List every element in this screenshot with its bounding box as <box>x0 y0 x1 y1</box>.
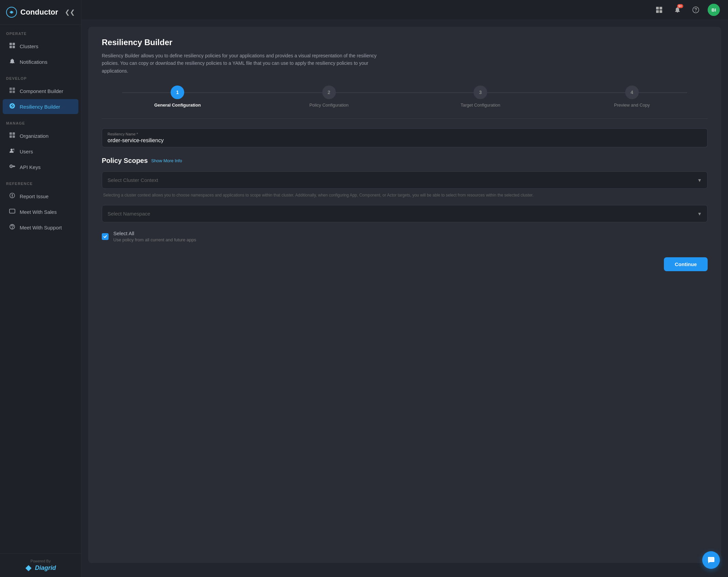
cluster-context-placeholder: Select Cluster Context <box>108 177 158 183</box>
step-4-circle: 4 <box>625 86 639 99</box>
main-area: 5+ BI Resiliency Builder Resiliency Buil… <box>81 0 728 577</box>
svg-point-14 <box>11 149 13 151</box>
cluster-context-hint: Selecting a cluster context allows you t… <box>102 192 708 198</box>
cluster-context-arrow-icon: ▼ <box>697 178 702 183</box>
sidebar-item-clusters-label: Clusters <box>20 43 38 49</box>
svg-rect-9 <box>13 91 15 93</box>
step-3-circle: 3 <box>474 86 487 99</box>
section-label-develop: DEVELOP <box>0 70 81 83</box>
sidebar-item-clusters[interactable]: Clusters <box>3 39 78 54</box>
svg-point-15 <box>13 149 15 150</box>
divider <box>102 118 708 119</box>
sidebar-item-meet-with-sales[interactable]: Meet With Sales <box>3 204 78 219</box>
show-more-info-link[interactable]: Show More Info <box>151 158 182 163</box>
topbar: 5+ BI <box>81 0 728 20</box>
svg-rect-6 <box>9 88 12 90</box>
step-2: 2 Policy Configuration <box>253 86 405 108</box>
notifications-icon <box>9 58 16 66</box>
sidebar-item-users-label: Users <box>20 149 33 154</box>
step-2-label: Policy Configuration <box>309 103 349 108</box>
organization-icon <box>9 132 16 139</box>
sidebar-header: Conductor ❮❮ <box>0 0 81 25</box>
svg-point-1 <box>11 11 13 13</box>
stepper: 1 General Configuration 2 Policy Configu… <box>102 86 708 108</box>
users-icon <box>9 148 16 155</box>
resiliency-name-field-wrapper: Resiliency Name * <box>102 128 708 147</box>
svg-rect-18 <box>9 209 15 213</box>
chat-bubble-button[interactable] <box>702 551 720 569</box>
resiliency-name-input[interactable] <box>108 137 702 144</box>
meet-with-sales-icon <box>9 208 16 216</box>
svg-rect-2 <box>9 43 12 45</box>
svg-rect-23 <box>659 7 662 10</box>
continue-button[interactable]: Continue <box>664 257 708 271</box>
namespace-arrow-icon: ▼ <box>697 211 702 217</box>
sidebar-item-component-builder[interactable]: Component Builder <box>3 83 78 98</box>
svg-rect-8 <box>9 91 12 93</box>
namespace-dropdown[interactable]: Select Namespace ▼ <box>102 205 708 222</box>
avatar[interactable]: BI <box>708 4 720 16</box>
page-description: Resiliency Builder allows you to define … <box>102 52 394 75</box>
svg-rect-12 <box>9 135 12 138</box>
clusters-icon <box>9 42 16 50</box>
svg-rect-5 <box>13 46 15 48</box>
select-all-label: Select All <box>113 230 196 236</box>
footer-actions: Continue <box>102 255 708 271</box>
api-keys-icon <box>9 163 16 171</box>
policy-scopes-title: Policy Scopes Show More Info <box>102 157 182 165</box>
report-issue-icon <box>9 192 16 200</box>
sidebar: Conductor ❮❮ OPERATE Clusters Notificati… <box>0 0 81 577</box>
content-inner: Resiliency Builder Resiliency Builder al… <box>88 27 721 563</box>
svg-marker-21 <box>25 565 32 571</box>
svg-rect-10 <box>9 132 12 135</box>
logo-area: Conductor <box>6 7 58 18</box>
select-all-text-group: Select All Use policy from all current a… <box>113 230 196 242</box>
svg-rect-13 <box>13 135 15 138</box>
section-label-reference: REFERENCE <box>0 175 81 188</box>
sidebar-item-notifications-label: Notifications <box>20 59 47 65</box>
svg-rect-4 <box>9 46 12 48</box>
grid-view-button[interactable] <box>653 3 666 16</box>
step-4-label: Preview and Copy <box>614 103 650 108</box>
svg-rect-11 <box>13 132 15 135</box>
resiliency-name-label: Resiliency Name * <box>108 132 702 136</box>
sidebar-item-resiliency-builder[interactable]: Resiliency Builder <box>3 99 78 114</box>
collapse-sidebar-button[interactable]: ❮❮ <box>65 8 75 16</box>
svg-point-27 <box>695 11 696 12</box>
sidebar-item-organization[interactable]: Organization <box>3 128 78 143</box>
app-name: Conductor <box>20 8 58 17</box>
svg-point-20 <box>12 228 13 229</box>
sidebar-item-notifications[interactable]: Notifications <box>3 54 78 69</box>
sidebar-item-api-keys[interactable]: API Keys <box>3 160 78 174</box>
sidebar-item-users[interactable]: Users <box>3 144 78 159</box>
sidebar-item-meet-with-support-label: Meet With Support <box>20 225 62 230</box>
sidebar-item-report-issue-label: Report Issue <box>20 193 49 199</box>
step-3-label: Target Configuration <box>461 103 500 108</box>
section-label-operate: OPERATE <box>0 25 81 38</box>
step-4: 4 Preview and Copy <box>556 86 708 108</box>
select-all-row: Select All Use policy from all current a… <box>102 229 708 244</box>
step-2-circle: 2 <box>322 86 336 99</box>
content-area: Resiliency Builder Resiliency Builder al… <box>81 20 728 577</box>
svg-rect-25 <box>659 10 662 13</box>
sidebar-item-meet-with-support[interactable]: Meet With Support <box>3 220 78 235</box>
select-all-sublabel: Use policy from all current and future a… <box>113 237 196 242</box>
sidebar-footer: Powered By Diagrid <box>0 553 81 577</box>
help-button[interactable] <box>689 3 702 16</box>
svg-rect-24 <box>656 10 659 13</box>
namespace-placeholder: Select Namespace <box>108 211 150 217</box>
sidebar-item-resiliency-builder-label: Resiliency Builder <box>20 104 60 110</box>
svg-rect-7 <box>13 88 15 90</box>
notifications-button[interactable]: 5+ <box>671 3 684 16</box>
section-label-manage: MANAGE <box>0 114 81 128</box>
select-all-checkbox[interactable] <box>102 233 109 240</box>
svg-rect-22 <box>656 7 659 10</box>
resiliency-name-group: Resiliency Name * <box>102 128 708 147</box>
diagrid-brand: Diagrid <box>5 564 76 572</box>
policy-scopes-group: Policy Scopes Show More Info Select Clus… <box>102 157 708 244</box>
svg-rect-3 <box>13 43 15 45</box>
cluster-context-dropdown[interactable]: Select Cluster Context ▼ <box>102 171 708 189</box>
page-title: Resiliency Builder <box>102 38 708 47</box>
step-1: 1 General Configuration <box>102 86 253 108</box>
sidebar-item-report-issue[interactable]: Report Issue <box>3 189 78 204</box>
